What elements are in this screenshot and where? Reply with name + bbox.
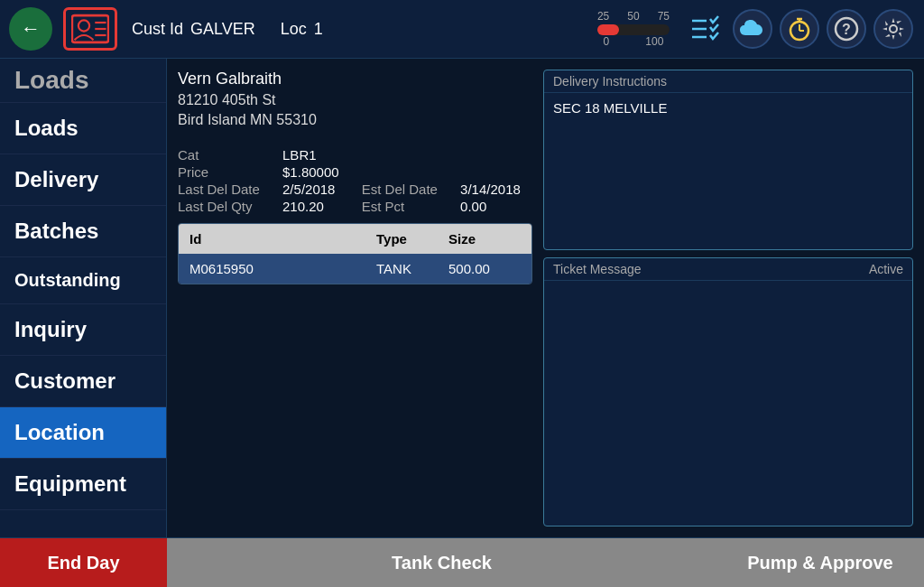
header: ← Cust Id GALVER Loc 1 25 50 75 0 xyxy=(0,0,924,59)
price-value: $1.80000 xyxy=(282,164,351,180)
cust-loc-info: Cust Id GALVER Loc 1 xyxy=(132,20,597,39)
settings-icon-btn[interactable] xyxy=(873,9,913,49)
est-del-date-label: Est Del Date xyxy=(362,182,449,197)
loc-value: 1 xyxy=(314,20,323,39)
tank-size: 500.00 xyxy=(448,261,521,276)
sidebar-item-loads-heading[interactable]: Loads xyxy=(0,59,166,103)
price-label: Price xyxy=(178,164,272,180)
fuel-gauge: 25 50 75 0 100 xyxy=(597,10,670,48)
user-card-icon xyxy=(63,7,117,51)
footer: End Day Tank Check Pump & Approve xyxy=(0,537,924,587)
svg-text:?: ? xyxy=(842,22,851,37)
tank-id: M0615950 xyxy=(189,261,376,276)
tank-table: Id Type Size M0615950 TANK 500.00 xyxy=(178,223,532,284)
sidebar: Loads Loads Delivery Batches Outstanding… xyxy=(0,59,167,537)
sidebar-item-customer[interactable]: Customer xyxy=(0,356,166,407)
tank-check-button[interactable]: Tank Check xyxy=(167,538,716,588)
checklist-icon[interactable] xyxy=(684,9,724,49)
cat-label: Cat xyxy=(178,147,272,163)
help-icon-btn[interactable]: ? xyxy=(827,9,866,49)
svg-point-15 xyxy=(890,25,897,33)
last-del-qty-value: 210.20 xyxy=(282,199,351,214)
last-del-date-value: 2/5/2018 xyxy=(282,182,351,197)
tank-row-0[interactable]: M0615950 TANK 500.00 xyxy=(179,254,531,284)
sidebar-item-inquiry[interactable]: Inquiry xyxy=(0,304,166,356)
left-content: Vern Galbraith 81210 405th St Bird Islan… xyxy=(178,70,532,526)
col-size: Size xyxy=(448,231,521,247)
content-row: Vern Galbraith 81210 405th St Bird Islan… xyxy=(178,70,913,526)
customer-info: Vern Galbraith 81210 405th St Bird Islan… xyxy=(178,70,532,131)
sidebar-item-loads[interactable]: Loads xyxy=(0,103,166,154)
delivery-instructions-content: SEC 18 MELVILLE xyxy=(544,93,912,249)
sidebar-item-equipment[interactable]: Equipment xyxy=(0,459,166,510)
customer-address-line1: 81210 405th St xyxy=(178,90,532,110)
customer-name: Vern Galbraith xyxy=(178,70,532,89)
tank-table-header: Id Type Size xyxy=(179,224,531,254)
est-pct-value: 0.00 xyxy=(460,199,532,214)
cust-id-value: GALVER xyxy=(190,20,255,39)
tank-type: TANK xyxy=(376,261,448,276)
sidebar-item-location[interactable]: Location xyxy=(0,407,166,459)
last-del-qty-label: Last Del Qty xyxy=(178,199,272,214)
est-del-date-value: 3/14/2018 xyxy=(460,182,532,197)
sidebar-item-delivery[interactable]: Delivery xyxy=(0,154,166,206)
cust-id-label: Cust Id xyxy=(132,20,183,39)
customer-details: Cat LBR1 Price $1.80000 Last Del Date 2/… xyxy=(178,147,532,214)
timer-icon-btn[interactable] xyxy=(780,9,819,49)
sidebar-item-outstanding[interactable]: Outstanding xyxy=(0,257,166,304)
ticket-message-status: Active xyxy=(869,262,903,276)
ticket-message-header: Ticket Message Active xyxy=(544,258,912,281)
delivery-instructions-header: Delivery Instructions xyxy=(544,70,912,93)
pump-approve-button[interactable]: Pump & Approve xyxy=(716,538,924,588)
col-id: Id xyxy=(189,231,376,247)
cloud-icon-btn[interactable] xyxy=(733,9,772,49)
delivery-instructions-label: Delivery Instructions xyxy=(553,74,667,89)
right-panels: Delivery Instructions SEC 18 MELVILLE Ti… xyxy=(543,70,913,526)
customer-address-line2: Bird Island MN 55310 xyxy=(178,110,532,130)
ticket-message-panel: Ticket Message Active xyxy=(543,257,913,526)
last-del-date-label: Last Del Date xyxy=(178,182,272,197)
col-type: Type xyxy=(376,231,448,247)
svg-point-1 xyxy=(79,20,89,31)
main-layout: Loads Loads Delivery Batches Outstanding… xyxy=(0,59,924,537)
main-content: Vern Galbraith 81210 405th St Bird Islan… xyxy=(167,59,924,537)
header-controls: 25 50 75 0 100 xyxy=(597,9,915,49)
est-pct-label: Est Pct xyxy=(362,199,449,214)
ticket-message-content xyxy=(544,281,912,526)
sidebar-item-batches[interactable]: Batches xyxy=(0,206,166,257)
end-day-button[interactable]: End Day xyxy=(0,538,167,588)
gauge-fill xyxy=(597,24,619,35)
gauge-bar xyxy=(597,24,670,35)
delivery-instructions-panel: Delivery Instructions SEC 18 MELVILLE xyxy=(543,70,913,250)
loc-label: Loc xyxy=(281,20,307,39)
back-button[interactable]: ← xyxy=(9,7,52,51)
cat-value: LBR1 xyxy=(282,147,351,163)
ticket-message-label: Ticket Message xyxy=(553,262,642,276)
